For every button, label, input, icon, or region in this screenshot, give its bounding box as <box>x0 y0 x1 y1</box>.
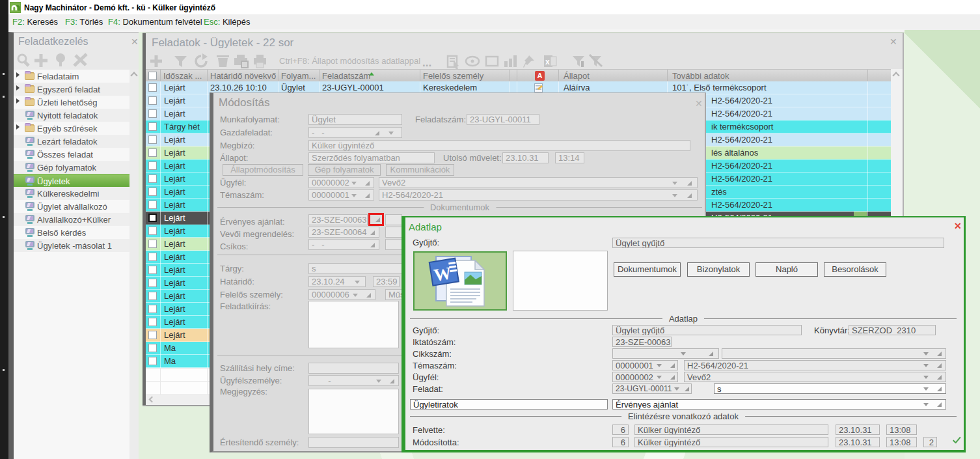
svg-text:x: x <box>545 57 550 66</box>
svg-text:...: ... <box>422 57 431 69</box>
